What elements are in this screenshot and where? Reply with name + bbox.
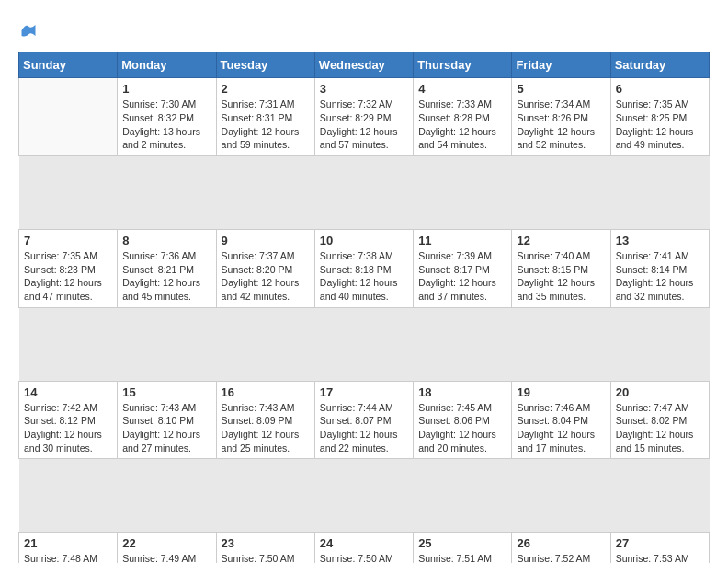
day-number: 18 bbox=[418, 385, 506, 399]
day-info: Sunrise: 7:32 AMSunset: 8:29 PMDaylight:… bbox=[320, 98, 408, 152]
calendar-cell: 12Sunrise: 7:40 AMSunset: 8:15 PMDayligh… bbox=[512, 229, 610, 307]
day-info: Sunrise: 7:50 AMSunset: 7:56 PMDaylight:… bbox=[320, 552, 408, 563]
calendar-cell: 16Sunrise: 7:43 AMSunset: 8:09 PMDayligh… bbox=[216, 381, 314, 459]
logo-text bbox=[18, 18, 37, 40]
calendar-cell: 11Sunrise: 7:39 AMSunset: 8:17 PMDayligh… bbox=[414, 229, 512, 307]
day-info: Sunrise: 7:35 AMSunset: 8:25 PMDaylight:… bbox=[616, 98, 704, 152]
day-number: 7 bbox=[24, 234, 112, 247]
day-info: Sunrise: 7:35 AMSunset: 8:23 PMDaylight:… bbox=[24, 249, 112, 304]
day-info: Sunrise: 7:43 AMSunset: 8:10 PMDaylight:… bbox=[122, 401, 210, 455]
weekday-header-saturday: Saturday bbox=[610, 52, 709, 78]
day-number: 6 bbox=[616, 82, 704, 96]
day-number: 9 bbox=[222, 234, 310, 247]
calendar-cell: 18Sunrise: 7:45 AMSunset: 8:06 PMDayligh… bbox=[414, 381, 512, 459]
calendar-week-3: 14Sunrise: 7:42 AMSunset: 8:12 PMDayligh… bbox=[19, 381, 710, 459]
day-number: 17 bbox=[320, 385, 408, 399]
row-separator bbox=[19, 307, 710, 381]
day-number: 14 bbox=[24, 385, 112, 399]
calendar-cell: 8Sunrise: 7:36 AMSunset: 8:21 PMDaylight… bbox=[118, 229, 216, 307]
day-info: Sunrise: 7:48 AMSunset: 8:01 PMDaylight:… bbox=[24, 552, 112, 563]
weekday-header-monday: Monday bbox=[118, 52, 216, 78]
calendar-cell: 14Sunrise: 7:42 AMSunset: 8:12 PMDayligh… bbox=[19, 381, 118, 459]
calendar-cell: 1Sunrise: 7:30 AMSunset: 8:32 PMDaylight… bbox=[118, 78, 216, 156]
row-separator bbox=[19, 155, 710, 229]
day-number: 20 bbox=[616, 385, 704, 399]
day-number: 26 bbox=[517, 536, 605, 550]
day-info: Sunrise: 7:31 AMSunset: 8:31 PMDaylight:… bbox=[222, 98, 310, 152]
day-number: 8 bbox=[122, 234, 210, 247]
calendar-cell: 13Sunrise: 7:41 AMSunset: 8:14 PMDayligh… bbox=[610, 229, 709, 307]
day-number: 19 bbox=[517, 385, 605, 399]
day-number: 27 bbox=[616, 536, 704, 550]
calendar-cell: 6Sunrise: 7:35 AMSunset: 8:25 PMDaylight… bbox=[610, 78, 709, 156]
calendar-cell: 7Sunrise: 7:35 AMSunset: 8:23 PMDaylight… bbox=[19, 229, 118, 307]
day-info: Sunrise: 7:49 AMSunset: 7:59 PMDaylight:… bbox=[122, 552, 210, 563]
calendar-cell: 17Sunrise: 7:44 AMSunset: 8:07 PMDayligh… bbox=[314, 381, 413, 459]
calendar-cell: 25Sunrise: 7:51 AMSunset: 7:54 PMDayligh… bbox=[414, 533, 512, 563]
weekday-header-wednesday: Wednesday bbox=[314, 52, 413, 78]
calendar-cell bbox=[19, 78, 118, 156]
day-info: Sunrise: 7:52 AMSunset: 7:53 PMDaylight:… bbox=[517, 552, 605, 563]
calendar-cell: 15Sunrise: 7:43 AMSunset: 8:10 PMDayligh… bbox=[118, 381, 216, 459]
day-number: 5 bbox=[517, 82, 605, 96]
day-info: Sunrise: 7:50 AMSunset: 7:58 PMDaylight:… bbox=[222, 552, 310, 563]
day-info: Sunrise: 7:44 AMSunset: 8:07 PMDaylight:… bbox=[320, 401, 408, 455]
calendar-cell: 9Sunrise: 7:37 AMSunset: 8:20 PMDaylight… bbox=[216, 229, 314, 307]
day-info: Sunrise: 7:38 AMSunset: 8:18 PMDaylight:… bbox=[320, 249, 408, 304]
calendar-cell: 3Sunrise: 7:32 AMSunset: 8:29 PMDaylight… bbox=[314, 78, 413, 156]
weekday-header-tuesday: Tuesday bbox=[216, 52, 314, 78]
calendar-table: SundayMondayTuesdayWednesdayThursdayFrid… bbox=[18, 52, 710, 563]
logo bbox=[18, 18, 37, 37]
day-info: Sunrise: 7:30 AMSunset: 8:32 PMDaylight:… bbox=[122, 98, 210, 152]
calendar-cell: 26Sunrise: 7:52 AMSunset: 7:53 PMDayligh… bbox=[512, 533, 610, 563]
day-info: Sunrise: 7:34 AMSunset: 8:26 PMDaylight:… bbox=[517, 98, 605, 152]
day-number: 22 bbox=[122, 536, 210, 550]
day-info: Sunrise: 7:43 AMSunset: 8:09 PMDaylight:… bbox=[222, 401, 310, 455]
calendar-week-2: 7Sunrise: 7:35 AMSunset: 8:23 PMDaylight… bbox=[19, 229, 710, 307]
calendar-cell: 24Sunrise: 7:50 AMSunset: 7:56 PMDayligh… bbox=[314, 533, 413, 563]
day-number: 10 bbox=[320, 234, 408, 247]
day-number: 2 bbox=[222, 82, 310, 96]
day-info: Sunrise: 7:40 AMSunset: 8:15 PMDaylight:… bbox=[517, 249, 605, 304]
calendar-cell: 10Sunrise: 7:38 AMSunset: 8:18 PMDayligh… bbox=[314, 229, 413, 307]
calendar-cell: 2Sunrise: 7:31 AMSunset: 8:31 PMDaylight… bbox=[216, 78, 314, 156]
calendar-cell: 23Sunrise: 7:50 AMSunset: 7:58 PMDayligh… bbox=[216, 533, 314, 563]
day-info: Sunrise: 7:36 AMSunset: 8:21 PMDaylight:… bbox=[122, 249, 210, 304]
day-info: Sunrise: 7:51 AMSunset: 7:54 PMDaylight:… bbox=[418, 552, 506, 563]
calendar-cell: 4Sunrise: 7:33 AMSunset: 8:28 PMDaylight… bbox=[414, 78, 512, 156]
calendar-cell: 5Sunrise: 7:34 AMSunset: 8:26 PMDaylight… bbox=[512, 78, 610, 156]
weekday-header-friday: Friday bbox=[512, 52, 610, 78]
day-info: Sunrise: 7:39 AMSunset: 8:17 PMDaylight:… bbox=[418, 249, 506, 304]
calendar-cell: 22Sunrise: 7:49 AMSunset: 7:59 PMDayligh… bbox=[118, 533, 216, 563]
day-info: Sunrise: 7:53 AMSunset: 7:51 PMDaylight:… bbox=[616, 552, 704, 563]
day-number: 1 bbox=[122, 82, 210, 96]
page-header bbox=[18, 18, 710, 37]
day-info: Sunrise: 7:33 AMSunset: 8:28 PMDaylight:… bbox=[418, 98, 506, 152]
calendar-cell: 21Sunrise: 7:48 AMSunset: 8:01 PMDayligh… bbox=[19, 533, 118, 563]
day-info: Sunrise: 7:41 AMSunset: 8:14 PMDaylight:… bbox=[616, 249, 704, 304]
day-info: Sunrise: 7:45 AMSunset: 8:06 PMDaylight:… bbox=[418, 401, 506, 455]
day-number: 15 bbox=[122, 385, 210, 399]
calendar-week-1: 1Sunrise: 7:30 AMSunset: 8:32 PMDaylight… bbox=[19, 78, 710, 156]
calendar-cell: 20Sunrise: 7:47 AMSunset: 8:02 PMDayligh… bbox=[610, 381, 709, 459]
day-number: 24 bbox=[320, 536, 408, 550]
day-number: 4 bbox=[418, 82, 506, 96]
day-number: 23 bbox=[222, 536, 310, 550]
day-number: 12 bbox=[517, 234, 605, 247]
day-info: Sunrise: 7:42 AMSunset: 8:12 PMDaylight:… bbox=[24, 401, 112, 455]
day-number: 3 bbox=[320, 82, 408, 96]
weekday-header-sunday: Sunday bbox=[19, 52, 118, 78]
weekday-header-thursday: Thursday bbox=[414, 52, 512, 78]
day-info: Sunrise: 7:46 AMSunset: 8:04 PMDaylight:… bbox=[517, 401, 605, 455]
day-number: 13 bbox=[616, 234, 704, 247]
calendar-cell: 19Sunrise: 7:46 AMSunset: 8:04 PMDayligh… bbox=[512, 381, 610, 459]
day-info: Sunrise: 7:37 AMSunset: 8:20 PMDaylight:… bbox=[222, 249, 310, 304]
calendar-cell: 27Sunrise: 7:53 AMSunset: 7:51 PMDayligh… bbox=[610, 533, 709, 563]
day-number: 16 bbox=[222, 385, 310, 399]
day-number: 11 bbox=[418, 234, 506, 247]
day-info: Sunrise: 7:47 AMSunset: 8:02 PMDaylight:… bbox=[616, 401, 704, 455]
day-number: 21 bbox=[24, 536, 112, 550]
row-separator bbox=[19, 459, 710, 533]
header-row: SundayMondayTuesdayWednesdayThursdayFrid… bbox=[19, 52, 710, 78]
day-number: 25 bbox=[418, 536, 506, 550]
